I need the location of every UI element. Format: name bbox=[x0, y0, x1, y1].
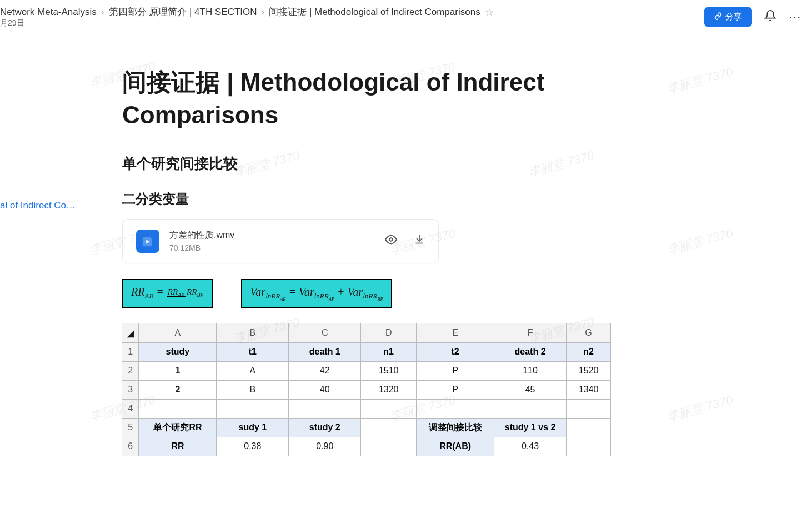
table-row: 5 单个研究RR sudy 1 study 2 调整间接比较 study 1 v… bbox=[122, 418, 611, 437]
cell[interactable]: death 1 bbox=[289, 342, 361, 361]
cell[interactable]: 0.43 bbox=[494, 437, 567, 456]
header-actions: 分享 ⋯ bbox=[704, 7, 801, 27]
cell[interactable]: RR(AB) bbox=[417, 437, 494, 456]
cell[interactable]: sudy 1 bbox=[217, 418, 289, 437]
cell[interactable]: study bbox=[139, 342, 217, 361]
table-row: 2 1 A 42 1510 P 110 1520 bbox=[122, 361, 611, 380]
sheet-corner[interactable]: ◢ bbox=[122, 323, 139, 342]
table-row: 4 bbox=[122, 399, 611, 418]
topbar: Network Meta-Analysis › 第四部分 原理简介 | 4TH … bbox=[0, 0, 812, 32]
cell[interactable]: A bbox=[217, 361, 289, 380]
formula-row: RRAB = RRAPRRBP VarlnRRAB = VarlnRRAP + … bbox=[122, 279, 611, 308]
share-label: 分享 bbox=[725, 12, 742, 22]
table-row: 3 2 B 40 1320 P 45 1340 bbox=[122, 380, 611, 399]
col-header-a[interactable]: A bbox=[139, 323, 217, 342]
cell[interactable]: 1520 bbox=[567, 361, 611, 380]
file-size: 70.12MB bbox=[169, 243, 385, 252]
cell[interactable]: 1320 bbox=[361, 380, 417, 399]
cell[interactable] bbox=[417, 399, 494, 418]
row-header[interactable]: 5 bbox=[122, 418, 139, 437]
cell[interactable] bbox=[361, 437, 417, 456]
row-header[interactable]: 3 bbox=[122, 380, 139, 399]
cell[interactable] bbox=[217, 399, 289, 418]
row-header[interactable]: 1 bbox=[122, 342, 139, 361]
cell[interactable]: 调整间接比较 bbox=[417, 418, 494, 437]
cell[interactable]: 单个研究RR bbox=[139, 418, 217, 437]
file-actions bbox=[385, 233, 425, 248]
star-icon[interactable]: ☆ bbox=[485, 6, 494, 18]
col-header-g[interactable]: G bbox=[567, 323, 611, 342]
breadcrumb-wrap: Network Meta-Analysis › 第四部分 原理简介 | 4TH … bbox=[0, 6, 494, 28]
table-row: 6 RR 0.38 0.90 RR(AB) 0.43 bbox=[122, 437, 611, 456]
row-header[interactable]: 4 bbox=[122, 399, 139, 418]
share-button[interactable]: 分享 bbox=[704, 7, 752, 27]
cell[interactable]: 1 bbox=[139, 361, 217, 380]
cell[interactable]: 110 bbox=[494, 361, 567, 380]
cell[interactable]: 0.90 bbox=[289, 437, 361, 456]
breadcrumb-sep: › bbox=[101, 7, 104, 18]
spreadsheet: ◢ A B C D E F G 1 study t1 death 1 n1 t2… bbox=[122, 323, 611, 456]
cell[interactable] bbox=[567, 437, 611, 456]
cell[interactable]: 40 bbox=[289, 380, 361, 399]
cell[interactable]: 1340 bbox=[567, 380, 611, 399]
video-file-icon bbox=[136, 230, 159, 253]
cell[interactable]: 45 bbox=[494, 380, 567, 399]
col-header-f[interactable]: F bbox=[494, 323, 567, 342]
svg-point-0 bbox=[389, 238, 393, 242]
cell[interactable] bbox=[361, 399, 417, 418]
watermark-text: 李丽堂 7370 bbox=[665, 225, 735, 258]
file-meta: 方差的性质.wmv 70.12MB bbox=[169, 230, 385, 252]
watermark-text: 李丽堂 7370 bbox=[665, 392, 735, 425]
formula-var: VarlnRRAB = VarlnRRAP + VarlnRRBP bbox=[241, 279, 392, 308]
table-row: 1 study t1 death 1 n1 t2 death 2 n2 bbox=[122, 342, 611, 361]
breadcrumb: Network Meta-Analysis › 第四部分 原理简介 | 4TH … bbox=[0, 6, 494, 18]
watermark-text: 李丽堂 7370 bbox=[665, 64, 735, 97]
preview-icon[interactable] bbox=[385, 233, 397, 248]
cell[interactable]: P bbox=[417, 361, 494, 380]
cell[interactable]: study 2 bbox=[289, 418, 361, 437]
more-icon[interactable]: ⋯ bbox=[789, 10, 801, 24]
breadcrumb-sep: › bbox=[262, 7, 265, 18]
file-name: 方差的性质.wmv bbox=[169, 230, 385, 241]
cell[interactable]: study 1 vs 2 bbox=[494, 418, 567, 437]
page-title: 间接证据 | Methodological of Indirect Compar… bbox=[122, 66, 611, 132]
cell[interactable]: 0.38 bbox=[217, 437, 289, 456]
cell[interactable] bbox=[139, 399, 217, 418]
col-header-c[interactable]: C bbox=[289, 323, 361, 342]
cell[interactable] bbox=[567, 399, 611, 418]
cell[interactable]: 1510 bbox=[361, 361, 417, 380]
breadcrumb-item-1[interactable]: 第四部分 原理简介 | 4TH SECTION bbox=[109, 6, 257, 18]
sidebar-toc-fragment[interactable]: al of Indirect Co… bbox=[0, 200, 76, 211]
col-header-b[interactable]: B bbox=[217, 323, 289, 342]
cell[interactable]: 42 bbox=[289, 361, 361, 380]
cell[interactable]: death 2 bbox=[494, 342, 567, 361]
breadcrumb-item-2[interactable]: 间接证据 | Methodological of Indirect Compar… bbox=[269, 6, 480, 18]
cell[interactable] bbox=[494, 399, 567, 418]
col-header-d[interactable]: D bbox=[361, 323, 417, 342]
cell[interactable]: t1 bbox=[217, 342, 289, 361]
cell[interactable]: n1 bbox=[361, 342, 417, 361]
cell[interactable] bbox=[361, 418, 417, 437]
row-header[interactable]: 6 bbox=[122, 437, 139, 456]
download-icon[interactable] bbox=[414, 233, 425, 248]
cell[interactable]: 2 bbox=[139, 380, 217, 399]
cell[interactable] bbox=[567, 418, 611, 437]
heading-2: 单个研究间接比较 bbox=[122, 154, 611, 173]
breadcrumb-item-0[interactable]: Network Meta-Analysis bbox=[0, 7, 97, 18]
heading-3: 二分类变量 bbox=[122, 190, 611, 208]
cell[interactable] bbox=[289, 399, 361, 418]
cell[interactable]: t2 bbox=[417, 342, 494, 361]
bell-icon[interactable] bbox=[764, 9, 776, 25]
cell[interactable]: RR bbox=[139, 437, 217, 456]
cell[interactable]: n2 bbox=[567, 342, 611, 361]
file-card[interactable]: 方差的性质.wmv 70.12MB bbox=[122, 219, 439, 263]
main-content: 间接证据 | Methodological of Indirect Compar… bbox=[0, 32, 611, 456]
date-stamp: 月29日 bbox=[0, 18, 494, 28]
cell[interactable]: B bbox=[217, 380, 289, 399]
formula-rr: RRAB = RRAPRRBP bbox=[122, 279, 213, 308]
link-icon bbox=[714, 12, 722, 22]
cell[interactable]: P bbox=[417, 380, 494, 399]
col-header-e[interactable]: E bbox=[417, 323, 494, 342]
row-header[interactable]: 2 bbox=[122, 361, 139, 380]
